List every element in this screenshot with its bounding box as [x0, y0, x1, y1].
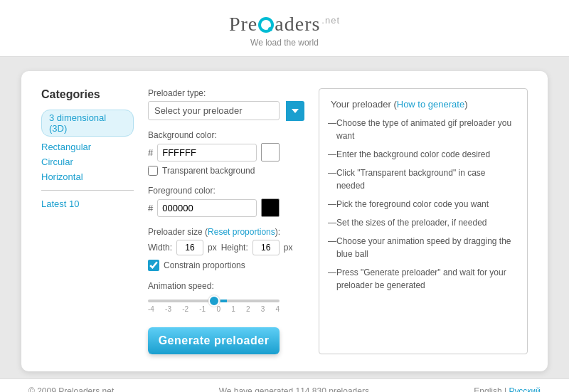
- instruction-2: Enter the background color code desired: [331, 148, 516, 161]
- bg-color-hash: #: [148, 147, 153, 158]
- transparent-bg-label: Transparent background: [162, 166, 255, 176]
- sidebar-item-horizontal[interactable]: Horizontal: [41, 169, 134, 184]
- tick-1: 1: [231, 305, 235, 313]
- tick-2: 2: [246, 305, 250, 313]
- instruction-6: Choose your animation speed by dragging …: [331, 235, 516, 260]
- preloader-type-row: Preloader type: Select your preloader: [148, 88, 304, 120]
- sidebar-item-3d[interactable]: 3 dimensional (3D): [41, 110, 134, 137]
- sidebar-divider: [41, 190, 134, 191]
- sidebar-title: Categories: [41, 88, 134, 101]
- animation-speed-section: Animation speed: -4 -3 -2 -1 0 1 2 3 4: [148, 281, 304, 313]
- preloader-type-select[interactable]: Select your preloader: [148, 101, 280, 120]
- bg-color-swatch[interactable]: [261, 143, 280, 161]
- tick-n4: -4: [148, 305, 154, 313]
- logo-icon: [258, 17, 274, 33]
- transparent-bg-checkbox[interactable]: [148, 166, 158, 176]
- animation-speed-slider[interactable]: [148, 300, 280, 302]
- instruction-4: Pick the foreground color code you want: [331, 198, 516, 211]
- logo: Preaders.net: [0, 13, 569, 36]
- form-area: Preloader type: Select your preloader Ba…: [148, 88, 304, 354]
- instruction-7: Press "Generate preloader" and wait for …: [331, 266, 516, 292]
- footer-copyright: © 2009 Preloaders.net: [28, 386, 114, 392]
- footer-generated: We have generated 114 830 preloaders: [219, 386, 369, 392]
- preloader-type-label: Preloader type:: [148, 88, 304, 98]
- select-arrow-icon: [286, 101, 304, 121]
- tagline: We load the world: [0, 38, 569, 48]
- sidebar-item-rectangular[interactable]: Rectangular: [41, 139, 134, 154]
- width-input[interactable]: [176, 240, 203, 255]
- logo-net: .net: [321, 15, 340, 26]
- size-inputs-row: Width: px Height: px: [148, 240, 304, 255]
- tick-n3: -3: [165, 305, 171, 313]
- fg-color-hash: #: [148, 203, 153, 213]
- tick-n1: -1: [199, 305, 206, 313]
- fg-color-row: Foreground color: #: [148, 186, 304, 217]
- instructions-header: Your preloader (How to generate): [331, 99, 516, 110]
- main-content: Categories 3 dimensional (3D) Rectangula…: [0, 57, 569, 378]
- bg-color-input-row: #: [148, 143, 304, 161]
- footer-lang-russian-link[interactable]: Русский: [509, 386, 541, 392]
- fg-color-swatch[interactable]: [261, 198, 280, 217]
- reset-proportions-link[interactable]: Reset proportions: [208, 227, 275, 237]
- height-label: Height:: [221, 243, 248, 253]
- tick-n2: -2: [182, 305, 188, 313]
- constrain-label: Constrain proportions: [164, 260, 245, 270]
- height-input[interactable]: [252, 240, 280, 255]
- generate-preloader-button[interactable]: Generate preloader: [148, 327, 280, 354]
- constrain-checkbox[interactable]: [148, 260, 159, 271]
- instructions-panel: Your preloader (How to generate) Choose …: [319, 88, 528, 354]
- sidebar-item-circular[interactable]: Circular: [41, 154, 134, 169]
- sidebar-item-latest10[interactable]: Latest 10: [41, 196, 134, 211]
- bg-color-label: Background color:: [148, 130, 304, 140]
- footer: © 2009 Preloaders.net We have generated …: [0, 378, 569, 392]
- animation-speed-label: Animation speed:: [148, 281, 304, 291]
- transparent-bg-row: Transparent background: [148, 166, 304, 176]
- instruction-5: Set the sizes of the preloader, if neede…: [331, 216, 516, 229]
- constrain-row: Constrain proportions: [148, 260, 304, 271]
- instruction-3: Click "Transparent background" in case n…: [331, 166, 516, 192]
- instruction-1: Choose the type of animated gif preloade…: [331, 117, 516, 142]
- logo-loaders: aders: [275, 13, 320, 35]
- width-unit: px: [208, 243, 217, 253]
- header: Preaders.net We load the world: [0, 0, 569, 57]
- fg-color-label: Foreground color:: [148, 186, 304, 196]
- footer-language: English | Русский: [474, 386, 541, 392]
- bg-color-input[interactable]: [157, 144, 257, 161]
- width-label: Width:: [148, 243, 172, 253]
- footer-lang-english: English: [474, 386, 501, 392]
- sidebar: Categories 3 dimensional (3D) Rectangula…: [41, 88, 134, 354]
- height-unit: px: [284, 243, 293, 253]
- fg-color-input-row: #: [148, 198, 304, 217]
- size-row: Preloader size (Reset proportions): Widt…: [148, 227, 304, 271]
- size-label: Preloader size (Reset proportions):: [148, 227, 304, 237]
- fg-color-input[interactable]: [157, 199, 257, 217]
- how-to-generate-link[interactable]: How to generate: [397, 99, 464, 110]
- tick-4: 4: [275, 305, 280, 313]
- tick-0: 0: [216, 305, 220, 313]
- logo-pre: Pre: [229, 13, 257, 35]
- footer-lang-separator: |: [502, 386, 509, 392]
- bg-color-row: Background color: # Transparent backgrou…: [148, 130, 304, 176]
- tick-3: 3: [261, 305, 265, 313]
- main-card: Categories 3 dimensional (3D) Rectangula…: [21, 71, 548, 371]
- preloader-select-wrapper: Select your preloader: [148, 101, 304, 120]
